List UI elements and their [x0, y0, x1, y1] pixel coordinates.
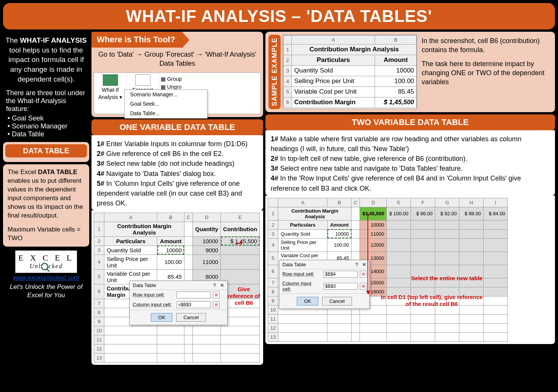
two-var-callout-1: Select the entire new table [401, 275, 492, 282]
whatif-ribbon-button[interactable]: What-IfAnalysis ▾ [94, 73, 127, 102]
ref-icon[interactable]: ⊞ [213, 301, 220, 308]
ref-icon[interactable]: ⊞ [360, 271, 366, 278]
brand-logo: E X C E L Unlcked [15, 250, 78, 273]
two-var-title: TWO VARIABLE DATA TABLE [265, 114, 555, 130]
menu-goalseek[interactable]: Goal Seek... [125, 99, 207, 109]
one-var-title: ONE VARIABLE DATA TABLE [91, 119, 263, 135]
bullet-data-table: Data Table [8, 130, 86, 138]
row-input-2[interactable] [324, 271, 358, 278]
bullet-goal-seek: Goal Seek [8, 114, 86, 122]
arrow-line [367, 212, 368, 292]
close-icon[interactable]: ✕ [220, 282, 224, 288]
menu-scenario[interactable]: Scenario Manager... [125, 90, 207, 99]
ref-icon[interactable]: ⊞ [213, 292, 220, 298]
ok-button[interactable]: OK [151, 313, 172, 322]
row-input-1[interactable] [177, 292, 211, 298]
website-link[interactable]: www.excelunlocked.com [5, 275, 88, 281]
datatable-dialog-1: Data Table? ✕ Row input cell:⊞ Column in… [129, 281, 228, 325]
ok-button[interactable]: OK [297, 297, 318, 306]
whatif-icon [103, 74, 118, 86]
data-table-header: DATA TABLE [5, 144, 87, 157]
help-icon[interactable]: ? [213, 282, 216, 288]
tagline: Let's Unlock the Power of Excel for You [5, 283, 88, 299]
sample-excel-table: AB 1Contribution Margin Analysis 2Partic… [283, 35, 417, 108]
main-title: WHAT-IF ANALYSIS – 'DATA TABLES' [11, 7, 547, 26]
bullet-scenario: Scenario Manager [8, 122, 86, 130]
logo-area: E X C E L Unlcked www.excelunlocked.com … [3, 249, 89, 301]
whatif-dropdown-menu: Scenario Manager... Goal Seek... Data Ta… [124, 90, 208, 119]
one-var-visual: ABCDE 1Contribution Margin AnalysisQuant… [91, 210, 263, 365]
one-var-steps: 1# Enter Variable Inputs in columnar for… [91, 135, 263, 210]
magnify-icon [41, 263, 48, 270]
where-header: Where is This Tool? [91, 32, 182, 48]
data-table-header-box: DATA TABLE [3, 142, 89, 162]
menu-datatable[interactable]: Data Table... [125, 109, 207, 118]
ribbon-mock: What-IfAnalysis ▾ ForecastSheet ▦ Group … [94, 73, 261, 114]
forecast-icon [135, 74, 150, 86]
close-icon[interactable]: ✕ [362, 262, 366, 267]
sample-note: In the screenshot, cell B6 (contribution… [419, 35, 552, 109]
sample-example-box: SAMPLE EXAMPLE AB 1Contribution Margin A… [265, 32, 555, 112]
two-var-callout-2: In cell D1 (top left cell), give referen… [379, 294, 485, 307]
help-icon[interactable]: ? [355, 262, 358, 267]
where-path: Go to 'Data' → Group 'Forecast' → 'What-… [91, 48, 263, 71]
two-var-section: TWO VARIABLE DATA TABLE 1# Make a table … [265, 114, 555, 389]
one-var-section: ONE VARIABLE DATA TABLE 1# Enter Variabl… [91, 119, 263, 389]
cancel-button[interactable]: Cancel [322, 297, 352, 306]
col-input-1[interactable] [177, 301, 211, 308]
arrow-head-icon: ▼ [365, 289, 372, 296]
sample-label: SAMPLE EXAMPLE [268, 35, 281, 109]
datatable-dialog-2: Data Table? ✕ Row input cell:⊞ Column in… [279, 260, 370, 309]
cancel-button[interactable]: Cancel [176, 313, 206, 322]
data-table-body-box: The Excel DATA TABLE enables us to put d… [3, 164, 89, 247]
two-var-steps: 1# Make a table where first variable are… [265, 130, 555, 196]
two-var-visual: ABCDEFGHI 1Contribution Margin Analysis$… [265, 196, 555, 344]
intro-box: The WHAT-IF ANALYSIS tool helps us to fi… [3, 32, 89, 140]
one-var-callout: Give reference of cell B6 [227, 286, 261, 306]
col-input-2[interactable] [324, 283, 358, 290]
where-tool-box: Where is This Tool? Go to 'Data' → Group… [91, 32, 263, 117]
main-title-bar: WHAT-IF ANALYSIS – 'DATA TABLES' [3, 3, 555, 29]
